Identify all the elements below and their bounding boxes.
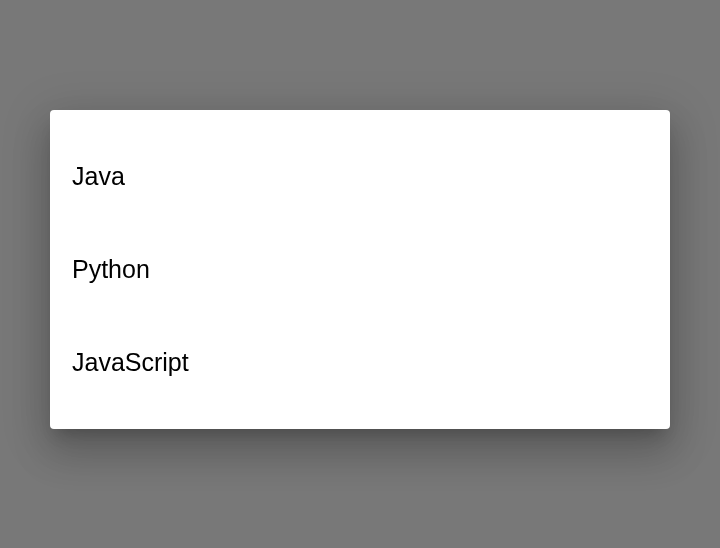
selection-dialog: Java Python JavaScript bbox=[50, 110, 670, 429]
list-item-label: Python bbox=[72, 255, 150, 283]
list-item-label: JavaScript bbox=[72, 348, 189, 376]
list-item[interactable]: JavaScript bbox=[50, 316, 670, 409]
list-item[interactable]: Python bbox=[50, 223, 670, 316]
list-item-label: Java bbox=[72, 162, 125, 190]
list-item[interactable]: Java bbox=[50, 130, 670, 223]
